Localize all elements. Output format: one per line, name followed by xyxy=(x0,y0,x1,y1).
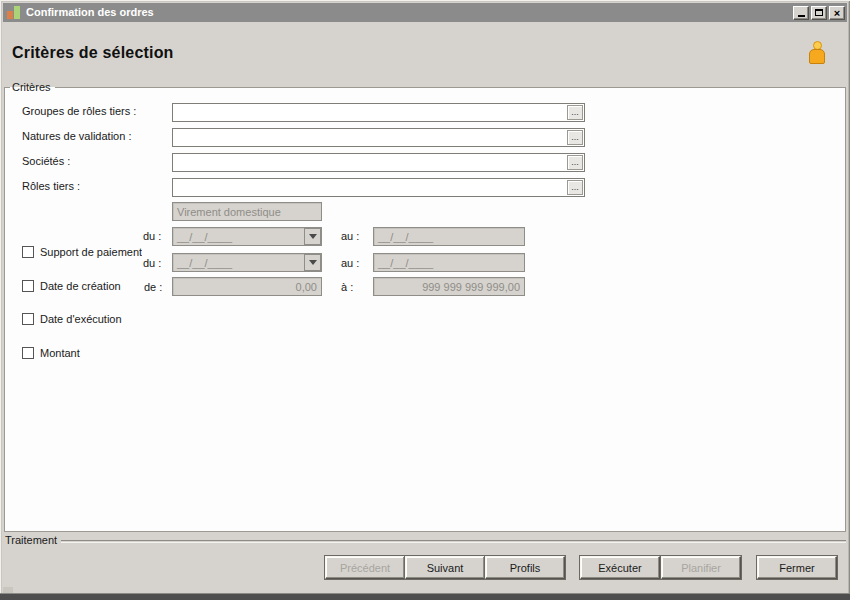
minimize-icon xyxy=(798,15,805,17)
groupes-roles-tiers-label: Groupes de rôles tiers : xyxy=(22,105,136,117)
traitement-separator xyxy=(61,540,846,542)
date1-from-combo[interactable]: __/__/____ xyxy=(172,227,322,246)
natures-validation-label: Natures de validation : xyxy=(22,130,131,142)
montant-label: Montant xyxy=(40,347,80,359)
date1-to-field[interactable]: __/__/____ xyxy=(373,227,525,246)
user-icon xyxy=(807,41,827,65)
chevron-down-icon xyxy=(309,234,317,239)
date1-from-dropdown-button[interactable] xyxy=(304,228,321,245)
chevron-down-icon xyxy=(309,260,317,265)
natures-validation-input[interactable] xyxy=(172,128,585,147)
app-icon[interactable] xyxy=(7,6,21,20)
date2-du-label: du : xyxy=(143,257,161,269)
precedent-button[interactable]: Précédent xyxy=(325,556,405,579)
societes-input[interactable] xyxy=(172,153,585,172)
societes-label: Sociétés : xyxy=(22,155,70,167)
amount-de-label: de : xyxy=(144,281,162,293)
date2-to-field[interactable]: __/__/____ xyxy=(373,253,525,272)
date1-au-label: au : xyxy=(341,230,359,242)
date2-au-label: au : xyxy=(341,257,359,269)
profils-button[interactable]: Profils xyxy=(485,556,565,579)
executer-button[interactable]: Exécuter xyxy=(580,556,660,579)
criteria-groupbox: Critères xyxy=(4,81,846,532)
suivant-button[interactable]: Suivant xyxy=(405,556,485,579)
date-creation-label: Date de création xyxy=(40,280,121,292)
support-paiement-checkbox[interactable] xyxy=(22,246,34,258)
roles-tiers-input[interactable] xyxy=(172,178,585,197)
date2-from-dropdown-button[interactable] xyxy=(304,254,321,271)
planifier-button[interactable]: Planifier xyxy=(661,556,741,579)
bottom-bar xyxy=(0,593,850,600)
titlebar[interactable]: Confirmation des ordres × xyxy=(3,3,847,22)
natures-validation-browse-button[interactable]: ... xyxy=(567,130,583,145)
amount-a-label: à : xyxy=(341,281,353,293)
app-icon-orange-bar xyxy=(7,11,13,19)
window-title: Confirmation des ordres xyxy=(26,3,154,22)
groupes-roles-tiers-input[interactable] xyxy=(172,103,585,122)
date2-from-combo[interactable]: __/__/____ xyxy=(172,253,322,272)
payment-nature-field[interactable]: Virement domestique xyxy=(172,202,322,221)
groupes-roles-tiers-browse-button[interactable]: ... xyxy=(567,105,583,120)
minimize-button[interactable] xyxy=(793,6,809,20)
criteria-legend: Critères xyxy=(10,81,55,93)
app-icon-green-bar xyxy=(14,6,20,19)
date-execution-label: Date d'exécution xyxy=(40,313,122,325)
societes-browse-button[interactable]: ... xyxy=(567,155,583,170)
date-creation-checkbox[interactable] xyxy=(22,280,34,292)
roles-tiers-label: Rôles tiers : xyxy=(22,180,80,192)
support-paiement-label: Support de paiement xyxy=(40,246,142,258)
montant-checkbox[interactable] xyxy=(22,347,34,359)
date-execution-checkbox[interactable] xyxy=(22,313,34,325)
amount-max-field[interactable]: 999 999 999 999,00 xyxy=(373,277,525,296)
roles-tiers-browse-button[interactable]: ... xyxy=(567,180,583,195)
close-icon: × xyxy=(834,8,840,18)
window: Confirmation des ordres × Critères de sé… xyxy=(0,0,850,600)
close-button[interactable]: × xyxy=(829,6,845,20)
maximize-button[interactable] xyxy=(811,6,827,20)
amount-min-field[interactable]: 0,00 xyxy=(172,277,322,296)
fermer-button[interactable]: Fermer xyxy=(757,556,837,579)
traitement-legend: Traitement xyxy=(5,534,57,546)
maximize-icon xyxy=(815,9,823,16)
date1-du-label: du : xyxy=(143,230,161,242)
page-title: Critères de sélection xyxy=(12,44,174,62)
date1-from-mask: __/__/____ xyxy=(177,231,232,243)
date2-from-mask: __/__/____ xyxy=(177,257,232,269)
